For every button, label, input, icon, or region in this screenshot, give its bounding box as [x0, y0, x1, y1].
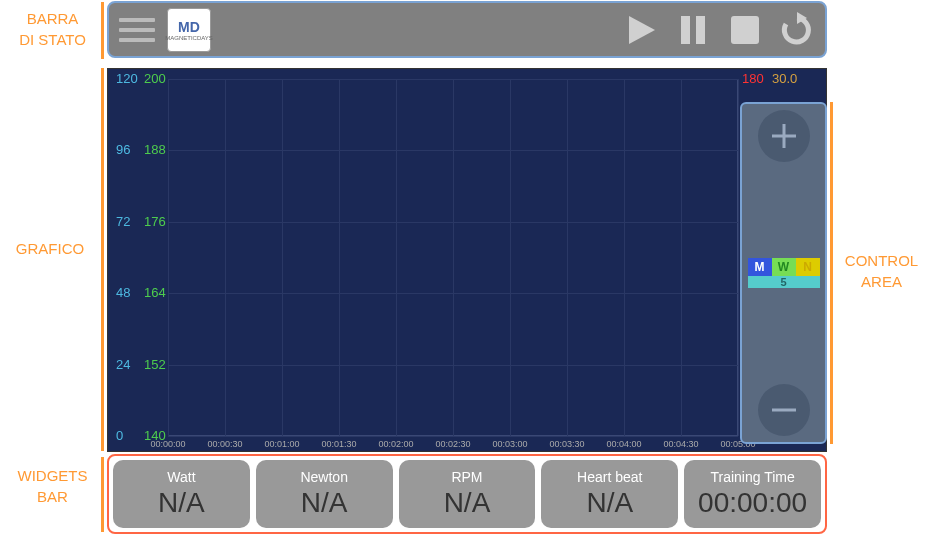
- widgets-bar: WattN/ANewtonN/ARPMN/AHeart beatN/ATrain…: [107, 454, 827, 534]
- ytick-left1: 48: [116, 285, 130, 300]
- widget: RPMN/A: [399, 460, 536, 528]
- ytick-left1: 72: [116, 214, 130, 229]
- xtick: 00:04:30: [663, 439, 698, 449]
- ytick-left2: 152: [144, 357, 166, 372]
- xtick: 00:03:30: [549, 439, 584, 449]
- ytick-left1: 96: [116, 142, 130, 157]
- xtick: 00:01:30: [321, 439, 356, 449]
- stop-button[interactable]: [723, 8, 767, 52]
- ytick-left2: 164: [144, 285, 166, 300]
- ytick-left2: 176: [144, 214, 166, 229]
- widget-value: N/A: [444, 487, 491, 519]
- widget-value: N/A: [301, 487, 348, 519]
- svg-rect-2: [696, 16, 705, 44]
- ytick-right1: 180: [742, 71, 764, 86]
- widget-value: N/A: [586, 487, 633, 519]
- mode-m[interactable]: M: [748, 258, 772, 276]
- xtick: 00:04:00: [606, 439, 641, 449]
- plus-button[interactable]: [758, 110, 810, 162]
- status-bar: MD MAGNETICDAYS: [107, 1, 827, 58]
- svg-rect-3: [731, 16, 759, 44]
- mode-selector[interactable]: M W N 5: [748, 258, 820, 288]
- xtick: 00:00:00: [150, 439, 185, 449]
- widget-value: 00:00:00: [698, 487, 807, 519]
- xtick: 00:03:00: [492, 439, 527, 449]
- widget: WattN/A: [113, 460, 250, 528]
- xtick: 00:02:00: [378, 439, 413, 449]
- xtick: 00:02:30: [435, 439, 470, 449]
- widget-label: Training Time: [710, 469, 794, 485]
- svg-marker-0: [629, 16, 655, 44]
- widget: Training Time00:00:00: [684, 460, 821, 528]
- menu-button[interactable]: [115, 8, 159, 52]
- mode-value: 5: [748, 276, 820, 288]
- section-divider: [101, 2, 104, 59]
- play-button[interactable]: [619, 8, 663, 52]
- chart-grid: [168, 79, 738, 436]
- xtick: 00:01:00: [264, 439, 299, 449]
- ytick-left2: 200: [144, 71, 166, 86]
- widget-label: Heart beat: [577, 469, 642, 485]
- widget-value: N/A: [158, 487, 205, 519]
- ytick-left1: 24: [116, 357, 130, 372]
- ytick-left1: 120: [116, 71, 138, 86]
- ytick-right2: 30.0: [772, 71, 797, 86]
- mode-n[interactable]: N: [796, 258, 820, 276]
- widget-label: Watt: [167, 469, 195, 485]
- section-label-widgets: WIDGETSBAR: [5, 465, 100, 507]
- section-label-status-bar: BARRADI STATO: [5, 8, 100, 50]
- ytick-left2: 188: [144, 142, 166, 157]
- pause-button[interactable]: [671, 8, 715, 52]
- ytick-left1: 0: [116, 428, 123, 443]
- xtick: 00:00:30: [207, 439, 242, 449]
- control-area: M W N 5: [740, 102, 827, 444]
- section-divider: [101, 457, 104, 532]
- section-label-chart: GRAFICO: [5, 238, 95, 259]
- section-divider: [101, 68, 104, 451]
- svg-rect-1: [681, 16, 690, 44]
- widget-label: Newton: [300, 469, 347, 485]
- widget: Heart beatN/A: [541, 460, 678, 528]
- chart-area: 12020018030.09618814427.07217610824.0481…: [107, 68, 827, 452]
- logo-text: MD: [178, 19, 200, 35]
- section-label-control: CONTROLAREA: [834, 250, 929, 292]
- mode-w[interactable]: W: [772, 258, 796, 276]
- section-divider: [830, 102, 833, 444]
- widget: NewtonN/A: [256, 460, 393, 528]
- reload-button[interactable]: [775, 8, 819, 52]
- minus-button[interactable]: [758, 384, 810, 436]
- app-logo: MD MAGNETICDAYS: [167, 8, 211, 52]
- logo-subtext: MAGNETICDAYS: [165, 35, 213, 41]
- widget-label: RPM: [451, 469, 482, 485]
